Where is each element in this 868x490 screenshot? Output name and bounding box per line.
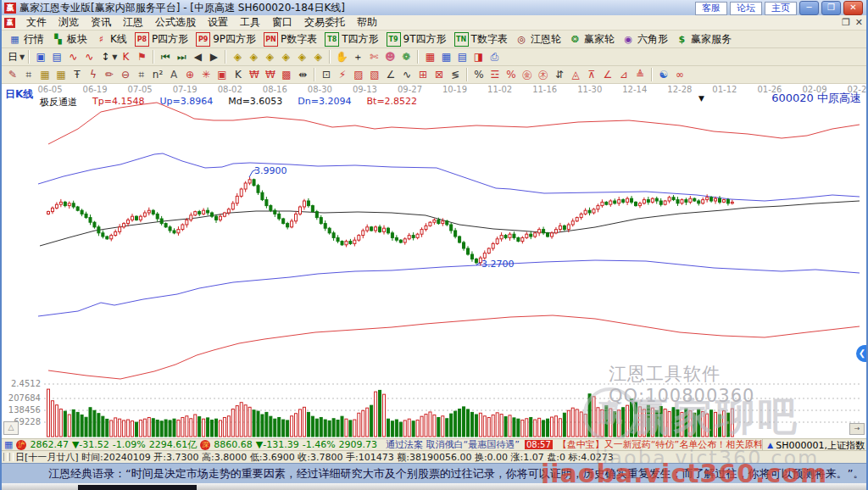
draw-tool-icon-43[interactable]: ∞ bbox=[672, 68, 687, 82]
draw-tool-icon-40[interactable]: ≜ bbox=[632, 68, 648, 82]
draw-tool-icon-1[interactable]: ⌗ bbox=[21, 68, 36, 82]
nav-tool-icon-29[interactable]: ▦ bbox=[438, 50, 453, 64]
winner-service-button[interactable]: $赢家服务 bbox=[672, 31, 735, 47]
draw-tool-icon-26[interactable]: ⊞ bbox=[415, 68, 431, 82]
menu-item-7[interactable]: 窗口 bbox=[266, 16, 298, 28]
child-restore-button[interactable]: ❐ bbox=[842, 17, 850, 28]
forum-link-button[interactable]: 论坛 bbox=[730, 2, 762, 15]
9t-square-button[interactable]: T99T四方形 bbox=[383, 31, 450, 47]
nav-tool-icon-8[interactable]: ⚑ bbox=[134, 50, 149, 64]
nav-tool-icon-25[interactable]: ☻ bbox=[382, 50, 398, 64]
nav-tool-icon-16[interactable]: ◈ bbox=[246, 50, 261, 64]
draw-tool-icon-28[interactable]: ≶ bbox=[448, 68, 463, 82]
draw-tool-icon-14[interactable]: K bbox=[231, 68, 246, 82]
draw-tool-icon-18[interactable]: ⇹ bbox=[295, 68, 310, 82]
nav-tool-icon-3[interactable]: ▤ bbox=[49, 50, 64, 64]
draw-tool-icon-9[interactable]: n² bbox=[150, 68, 165, 82]
t-square-button[interactable]: T8T四方形 bbox=[321, 31, 381, 47]
draw-tool-icon-16[interactable]: ₩ bbox=[263, 68, 278, 82]
nav-dropdown-icon-0[interactable]: ▼ bbox=[19, 53, 25, 61]
nav-tool-icon-32[interactable]: ⎙ bbox=[487, 50, 502, 64]
nav-tool-icon-20[interactable]: ◈ bbox=[310, 50, 326, 64]
nav-tool-icon-15[interactable]: ◈ bbox=[230, 50, 245, 64]
menu-item-4[interactable]: 公式选股 bbox=[149, 16, 202, 28]
draw-tool-icon-13[interactable]: ▣ bbox=[214, 68, 230, 82]
draw-tool-icon-37[interactable]: ⊼ bbox=[584, 68, 599, 82]
hexagon-button[interactable]: ◉六角形 bbox=[619, 31, 671, 47]
menu-item-2[interactable]: 资讯 bbox=[85, 16, 117, 28]
draw-tool-icon-21[interactable]: ⚡ bbox=[335, 68, 350, 82]
draw-tool-icon-10[interactable]: A bbox=[166, 68, 181, 82]
current-index-label[interactable]: SH000001,上证指数 bbox=[776, 439, 865, 451]
nav-tool-icon-28[interactable]: ▦ bbox=[422, 50, 437, 64]
nav-tool-icon-10[interactable]: ⏮ bbox=[158, 50, 173, 64]
menu-item-6[interactable]: 工具 bbox=[234, 16, 266, 28]
hangqing-button[interactable]: ▦行情 bbox=[5, 31, 47, 47]
draw-tool-icon-36[interactable]: ◬ bbox=[568, 68, 583, 82]
draw-tool-icon-39[interactable]: ⊿ bbox=[616, 68, 632, 82]
maximize-button[interactable]: ❐ bbox=[821, 1, 841, 15]
menu-item-1[interactable]: 浏览 bbox=[53, 16, 85, 28]
draw-tool-icon-3[interactable]: ▦ bbox=[53, 68, 69, 82]
support-link-button[interactable]: 客服 bbox=[695, 2, 727, 15]
ticker-news-item[interactable]: 【盘中宝】又一新冠药“特仿”名单公布！相关原料药需 bbox=[558, 439, 782, 450]
draw-tool-icon-11[interactable]: ⊕ bbox=[182, 68, 198, 82]
child-close-button[interactable]: ✕ bbox=[855, 17, 863, 28]
draw-tool-icon-2[interactable]: ▦ bbox=[37, 68, 53, 82]
nav-tool-icon-26[interactable]: ❁ bbox=[398, 50, 414, 64]
menu-item-8[interactable]: 交易委托 bbox=[298, 16, 351, 28]
draw-tool-icon-15[interactable]: ₩ bbox=[247, 68, 262, 82]
draw-tool-icon-31[interactable]: ☲ bbox=[487, 68, 503, 82]
draw-tool-icon-25[interactable]: ∿ bbox=[399, 68, 415, 82]
nav-tool-icon-22[interactable]: ✋ bbox=[334, 50, 349, 64]
nav-tool-icon-5[interactable]: ∿ bbox=[81, 50, 97, 64]
draw-tool-icon-42[interactable]: ☯ bbox=[656, 68, 671, 82]
draw-tool-icon-38[interactable]: ∠ bbox=[600, 68, 615, 82]
draw-tool-icon-27[interactable]: ⊠ bbox=[431, 68, 447, 82]
draw-tool-icon-6[interactable]: ✏ bbox=[102, 68, 117, 82]
nav-tool-icon-30[interactable]: ▤ bbox=[454, 50, 470, 64]
bankuai-button[interactable]: ▚板块 bbox=[48, 31, 91, 47]
draw-tool-icon-0[interactable]: ✎ bbox=[5, 68, 20, 82]
nav-tool-icon-4[interactable]: ∿ bbox=[65, 50, 81, 64]
ticker-news-item[interactable]: 通过法案 取消俄白“最惠国待遇” bbox=[386, 439, 520, 450]
draw-tool-icon-5[interactable]: ϟ bbox=[86, 68, 101, 82]
sidebar-collapse-button[interactable]: ❮ bbox=[856, 345, 868, 362]
ticker-timestamp[interactable]: 08:57 bbox=[525, 440, 553, 449]
nav-tool-icon-7[interactable]: K bbox=[118, 50, 133, 64]
draw-tool-icon-20[interactable]: ⊡ bbox=[319, 68, 334, 82]
minimize-button[interactable]: ─ bbox=[799, 1, 819, 15]
draw-tool-icon-4[interactable]: Ŧ bbox=[70, 68, 85, 82]
draw-tool-icon-7[interactable]: ⊖ bbox=[118, 68, 133, 82]
nav-tool-icon-12[interactable]: ◀ bbox=[190, 50, 205, 64]
draw-tool-icon-23[interactable]: ▧ bbox=[367, 68, 382, 82]
menu-item-0[interactable]: 文件 bbox=[20, 16, 53, 28]
draw-tool-icon-24[interactable]: ∠ bbox=[383, 68, 398, 82]
winner-wheel-button[interactable]: ❂赢家轮 bbox=[565, 31, 618, 47]
draw-tool-icon-32[interactable]: % bbox=[504, 68, 519, 82]
nav-tool-icon-13[interactable]: ▶ bbox=[206, 50, 221, 64]
menu-item-9[interactable]: 帮助 bbox=[351, 16, 383, 28]
draw-tool-icon-33[interactable]: ㊎ bbox=[520, 68, 535, 82]
menu-item-5[interactable]: 设置 bbox=[202, 16, 234, 28]
draw-tool-icon-12[interactable]: ✳ bbox=[198, 68, 214, 82]
nav-tool-icon-24[interactable]: ✄ bbox=[366, 50, 381, 64]
p-square-button[interactable]: P8P四方形 bbox=[131, 31, 192, 47]
scroll-right-button[interactable]: → bbox=[849, 423, 865, 435]
draw-tool-icon-30[interactable]: % bbox=[471, 68, 487, 82]
draw-tool-icon-8[interactable]: ⌗ bbox=[134, 68, 149, 82]
draw-tool-icon-17[interactable]: ▩ bbox=[279, 68, 294, 82]
nav-tool-icon-18[interactable]: ◈ bbox=[278, 50, 293, 64]
kxian-button[interactable]: ♯K线 bbox=[92, 31, 131, 47]
t-table-button[interactable]: TNT数字表 bbox=[451, 31, 511, 47]
draw-tool-icon-35[interactable]: ⇵ bbox=[552, 68, 567, 82]
close-button[interactable]: ✕ bbox=[843, 1, 863, 15]
nav-tool-icon-2[interactable]: ▣ bbox=[33, 50, 48, 64]
draw-tool-icon-34[interactable]: ㊍ bbox=[536, 68, 551, 82]
nav-tool-icon-19[interactable]: ◈ bbox=[294, 50, 309, 64]
menu-item-3[interactable]: 江恩 bbox=[117, 16, 149, 28]
gann-wheel-button[interactable]: ◎江恩轮 bbox=[512, 31, 565, 47]
nav-tool-icon-11[interactable]: ⏭ bbox=[174, 50, 189, 64]
nav-tool-icon-6[interactable]: ↕ bbox=[97, 50, 113, 64]
draw-tool-icon-22[interactable]: ▨ bbox=[351, 68, 366, 82]
